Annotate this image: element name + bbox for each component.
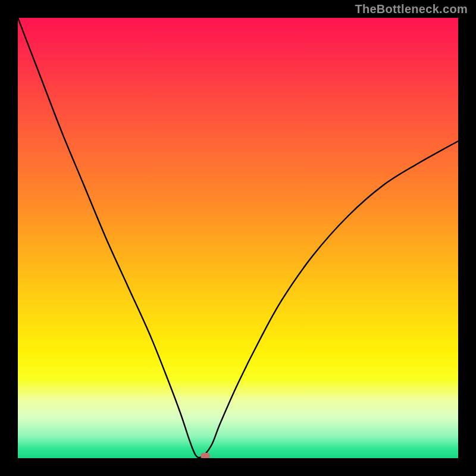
- bottleneck-curve: [18, 18, 458, 458]
- plot-area: [18, 18, 458, 458]
- chart-frame: TheBottleneck.com: [0, 0, 476, 476]
- operating-point-marker: [201, 453, 210, 458]
- watermark-text: TheBottleneck.com: [355, 2, 468, 16]
